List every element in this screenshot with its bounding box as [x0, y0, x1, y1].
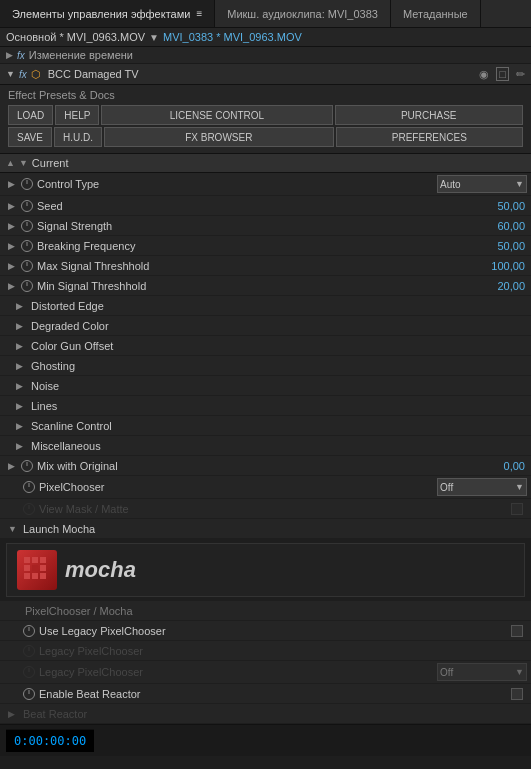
help-button[interactable]: HELP: [55, 105, 99, 125]
expand-breaking-freq[interactable]: ▶: [8, 241, 20, 251]
hud-button[interactable]: H.U.D.: [54, 127, 102, 147]
expand-mix-original[interactable]: ▶: [8, 461, 20, 471]
stopwatch-use-legacy[interactable]: [23, 625, 35, 637]
expand-lines[interactable]: ▶: [16, 401, 28, 411]
param-value-mix-original[interactable]: 0,00: [481, 460, 531, 472]
param-row-use-legacy: Use Legacy PixelChooser: [0, 621, 531, 641]
expand-control-type[interactable]: ▶: [8, 179, 20, 189]
license-button[interactable]: LICENSE CONTROL: [101, 105, 332, 125]
param-name-beat-reactor: Beat Reactor: [20, 708, 531, 720]
fx-expand-bcc[interactable]: ▼: [6, 69, 15, 79]
stopwatch-max-signal[interactable]: [21, 260, 33, 272]
load-button[interactable]: LOAD: [8, 105, 53, 125]
expand-degraded-color[interactable]: ▶: [16, 321, 28, 331]
svg-rect-6: [24, 573, 30, 579]
section-up-icon[interactable]: ▲: [6, 158, 15, 168]
group-row-lines[interactable]: ▶ Lines: [0, 396, 531, 416]
param-row-legacy-pixelchooser-label: Legacy PixelChooser: [0, 641, 531, 661]
stopwatch-pixelchooser[interactable]: [23, 481, 35, 493]
box-icon[interactable]: □: [496, 67, 509, 81]
sub-clip-name[interactable]: MVI_0383 * MVI_0963.MOV: [163, 31, 302, 43]
current-section-header[interactable]: ▲ ▼ Current: [0, 154, 531, 173]
group-row-ghosting[interactable]: ▶ Ghosting: [0, 356, 531, 376]
expand-ghosting[interactable]: ▶: [16, 361, 28, 371]
checkbox-enable-beat-reactor[interactable]: [511, 688, 523, 700]
mocha-logo-section: mocha: [6, 543, 525, 597]
param-row-control-type: ▶ Control Type Auto ▼: [0, 173, 531, 196]
tab-metadata-label: Метаданные: [403, 8, 468, 20]
expand-distorted-edge[interactable]: ▶: [16, 301, 28, 311]
main-clip-name[interactable]: Основной * MVI_0963.MOV: [6, 31, 145, 43]
param-name-control-type: Control Type: [34, 178, 437, 190]
tab-metadata[interactable]: Метаданные: [391, 0, 481, 27]
expand-launch-mocha[interactable]: ▼: [8, 524, 20, 534]
param-value-seed[interactable]: 50,00: [481, 200, 531, 212]
expand-noise[interactable]: ▶: [16, 381, 28, 391]
group-row-noise[interactable]: ▶ Noise: [0, 376, 531, 396]
stopwatch-legacy-dropdown: [23, 666, 35, 678]
group-row-color-gun[interactable]: ▶ Color Gun Offset: [0, 336, 531, 356]
preferences-button[interactable]: PREFERENCES: [336, 127, 523, 147]
stopwatch-mix-original[interactable]: [21, 460, 33, 472]
group-name-scanline: Scanline Control: [28, 420, 112, 432]
dropdown-pixelchooser[interactable]: Off ▼: [437, 478, 527, 496]
effect-title-row: ▼ fx ⬡ BCC Damaged TV ◉ □ ✏: [0, 64, 531, 85]
stopwatch-seed[interactable]: [21, 200, 33, 212]
checkbox-use-legacy[interactable]: [511, 625, 523, 637]
stopwatch-control-type[interactable]: [21, 178, 33, 190]
param-value-signal-strength[interactable]: 60,00: [481, 220, 531, 232]
pencil-icon[interactable]: ✏: [516, 68, 525, 81]
stopwatch-breaking-freq[interactable]: [21, 240, 33, 252]
group-row-scanline[interactable]: ▶ Scanline Control: [0, 416, 531, 436]
current-label: Current: [32, 157, 69, 169]
stopwatch-min-signal[interactable]: [21, 280, 33, 292]
param-name-use-legacy: Use Legacy PixelChooser: [36, 625, 511, 637]
param-name-legacy-pixelchooser: Legacy PixelChooser: [36, 645, 531, 657]
save-button[interactable]: SAVE: [8, 127, 52, 147]
tab-audio-label: Микш. аудиоклипа: MVI_0383: [227, 8, 378, 20]
param-row-max-signal: ▶ Max Signal Threshhold 100,00: [0, 256, 531, 276]
group-name-lines: Lines: [28, 400, 57, 412]
param-name-seed: Seed: [34, 200, 481, 212]
group-row-degraded-color[interactable]: ▶ Degraded Color: [0, 316, 531, 336]
presets-section: Effect Presets & Docs LOAD HELP LICENSE …: [0, 85, 531, 154]
svg-rect-4: [32, 565, 38, 571]
group-row-misc[interactable]: ▶ Miscellaneous: [0, 436, 531, 456]
expand-beat-reactor: ▶: [8, 709, 20, 719]
param-row-beat-reactor: ▶ Beat Reactor: [0, 704, 531, 724]
clip-arrow-icon: ▼: [149, 32, 159, 43]
fx-expand-time[interactable]: ▶: [6, 50, 13, 60]
tab-effects-controls[interactable]: Элементы управления эффектами ≡: [0, 0, 215, 27]
expand-max-signal[interactable]: ▶: [8, 261, 20, 271]
bottom-bar: 0:00:00:00: [0, 724, 531, 756]
section-down-icon[interactable]: ▼: [19, 158, 28, 168]
tab-effects-icon: ≡: [196, 8, 202, 19]
expand-misc[interactable]: ▶: [16, 441, 28, 451]
timecode-display[interactable]: 0:00:00:00: [6, 729, 94, 752]
fx-browser-button[interactable]: FX BROWSER: [104, 127, 334, 147]
expand-color-gun[interactable]: ▶: [16, 341, 28, 351]
presets-btn-row-2: SAVE H.U.D. FX BROWSER PREFERENCES: [8, 127, 523, 147]
fx-row-time: ▶ fx Изменение времени: [0, 47, 531, 64]
stopwatch-enable-beat-reactor[interactable]: [23, 688, 35, 700]
stopwatch-signal-strength[interactable]: [21, 220, 33, 232]
eye-icon[interactable]: ◉: [479, 68, 489, 81]
expand-scanline[interactable]: ▶: [16, 421, 28, 431]
group-name-degraded-color: Degraded Color: [28, 320, 109, 332]
dropdown-value-pixelchooser: Off: [440, 482, 453, 493]
param-value-breaking-freq[interactable]: 50,00: [481, 240, 531, 252]
tab-audio-mixer[interactable]: Микш. аудиоклипа: MVI_0383: [215, 0, 391, 27]
svg-rect-3: [24, 565, 30, 571]
group-row-distorted-edge[interactable]: ▶ Distorted Edge: [0, 296, 531, 316]
param-name-signal-strength: Signal Strength: [34, 220, 481, 232]
expand-min-signal[interactable]: ▶: [8, 281, 20, 291]
dropdown-control-type[interactable]: Auto ▼: [437, 175, 527, 193]
header-tabs: Элементы управления эффектами ≡ Микш. ау…: [0, 0, 531, 28]
dropdown-value-control-type: Auto: [440, 179, 461, 190]
param-value-min-signal[interactable]: 20,00: [481, 280, 531, 292]
expand-seed[interactable]: ▶: [8, 201, 20, 211]
dropdown-arrow-control-type: ▼: [515, 179, 524, 189]
param-value-max-signal[interactable]: 100,00: [481, 260, 531, 272]
purchase-button[interactable]: PURCHASE: [335, 105, 524, 125]
expand-signal-strength[interactable]: ▶: [8, 221, 20, 231]
